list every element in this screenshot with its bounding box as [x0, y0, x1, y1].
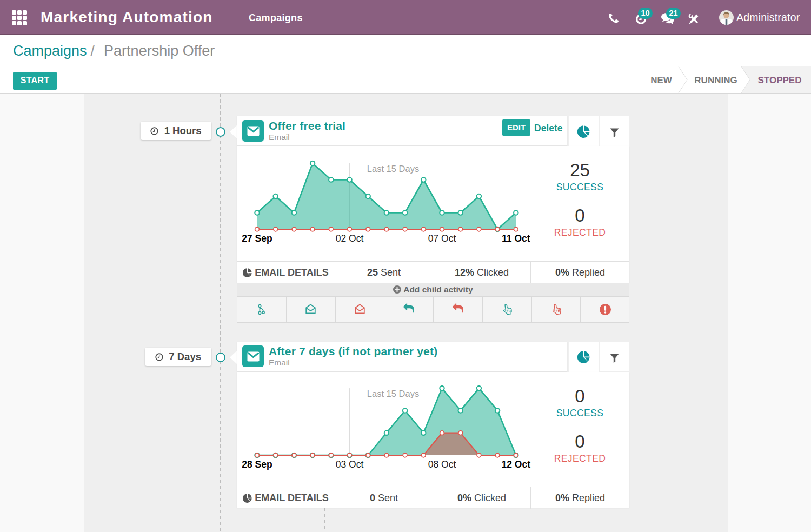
svg-text:27 Sep: 27 Sep: [242, 233, 272, 244]
svg-text:RUNNING: RUNNING: [694, 75, 737, 85]
svg-text:STOPPED: STOPPED: [758, 75, 802, 85]
svg-text:12 Oct: 12 Oct: [502, 459, 531, 470]
svg-text:02 Oct: 02 Oct: [336, 233, 364, 244]
svg-text:28 Sep: 28 Sep: [242, 459, 272, 470]
svg-text:03 Oct: 03 Oct: [336, 459, 364, 470]
svg-text:Last 15 Days: Last 15 Days: [367, 164, 419, 174]
svg-text:NEW: NEW: [650, 75, 673, 85]
svg-text:08 Oct: 08 Oct: [428, 459, 456, 470]
svg-text:07 Oct: 07 Oct: [428, 233, 456, 244]
svg-text:Last 15 Days: Last 15 Days: [367, 389, 419, 398]
svg-text:11 Oct: 11 Oct: [502, 233, 530, 244]
